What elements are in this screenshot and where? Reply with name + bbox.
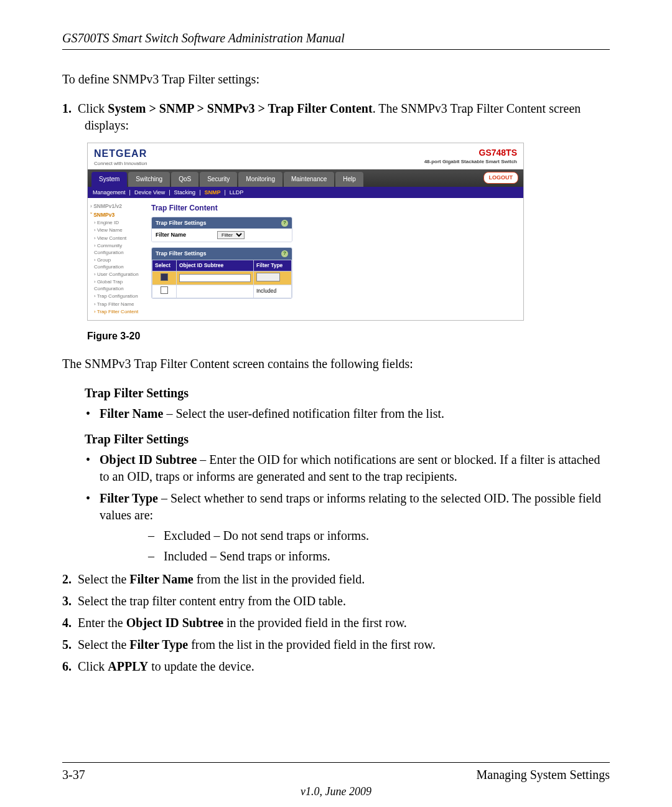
ss-content-area: Trap Filter Content Trap Filter Settings… xyxy=(144,198,523,320)
panel1-title: Trap Filter Settings xyxy=(156,219,207,227)
steps-list-cont: 2. Select the Filter Name from the list … xyxy=(62,571,610,675)
subtab-lldp[interactable]: LLDP xyxy=(230,189,244,196)
filter-type-select[interactable] xyxy=(256,273,280,281)
panel1-header: Trap Filter Settings ? xyxy=(152,217,292,229)
term: Filter Type xyxy=(100,491,158,505)
document-page: GS700TS Smart Switch Software Administra… xyxy=(0,0,672,807)
subtab-deviceview[interactable]: Device View xyxy=(134,189,165,196)
steps-list: 1. Click System > SNMP > SNMPv3 > Trap F… xyxy=(62,100,610,134)
sidebar-snmpv3[interactable]: ˇ SNMPv3 xyxy=(90,212,141,219)
panel-filter-name: Trap Filter Settings ? Filter Name Filte… xyxy=(151,217,292,242)
subtab-snmp[interactable]: SNMP xyxy=(204,189,220,196)
step-text-pre: Click xyxy=(78,101,108,115)
step-number: 3. xyxy=(62,594,72,608)
sidebar-item-viewcontent[interactable]: › View Content xyxy=(94,235,141,242)
sidebar-item-engineid[interactable]: › Engine ID xyxy=(94,220,141,227)
ss-main-tabs: System Switching QoS Security Monitoring… xyxy=(88,169,523,187)
list-item: – Excluded – Do not send traps or inform… xyxy=(100,527,610,544)
sidebar-snmpv1v2[interactable]: › SNMPv1/v2 xyxy=(90,203,141,210)
sidebar-item-group[interactable]: › Group Configuration xyxy=(94,257,141,271)
select-all-checkbox[interactable] xyxy=(161,273,168,281)
page-footer: 3-37 Managing System Settings xyxy=(62,762,610,782)
definition: – Select the user-defined notification f… xyxy=(163,407,444,420)
oid-cell xyxy=(177,285,254,298)
subtab-management[interactable]: Management xyxy=(93,189,126,196)
panel2-title: Trap Filter Settings xyxy=(156,250,207,257)
content-title: Trap Filter Content xyxy=(151,203,516,213)
product-subtitle: 48-port Gigabit Stackable Smart Switch xyxy=(424,159,517,166)
step-1: 1. Click System > SNMP > SNMPv3 > Trap F… xyxy=(62,100,610,134)
panel2-header: Trap Filter Settings ? xyxy=(152,248,292,259)
step-4: 4. Enter the Object ID Subtree in the pr… xyxy=(62,615,610,631)
help-icon[interactable]: ? xyxy=(281,250,288,257)
tab-monitoring[interactable]: Monitoring xyxy=(238,172,282,187)
dash-text: Included – Send traps or informs. xyxy=(164,549,330,563)
sidebar-item-trapfiltercontent[interactable]: › Trap Filter Content xyxy=(94,309,141,316)
after-figure-paragraph: The SNMPv3 Trap Filter Content screen co… xyxy=(62,356,610,372)
ss-logo-block: NETGEAR Connect with Innovation xyxy=(94,147,147,167)
step-number: 4. xyxy=(62,616,72,630)
list-item: • Filter Type – Select whether to send t… xyxy=(62,490,610,565)
netgear-tagline: Connect with Innovation xyxy=(94,161,147,168)
tab-switching[interactable]: Switching xyxy=(128,172,170,187)
trap-filter-table: Select Object ID Subtree Filter Type xyxy=(152,260,292,298)
sidebar-item-globaltrap[interactable]: › Global Trap Configuration xyxy=(94,279,141,293)
section-heading: Trap Filter Settings xyxy=(85,385,610,402)
definition: – Select whether to send traps or inform… xyxy=(100,491,601,522)
sidebar-item-viewname[interactable]: › View Name xyxy=(94,227,141,234)
panel-filter-table: Trap Filter Settings ? Select Object ID … xyxy=(151,247,292,299)
term: Filter Name xyxy=(100,407,163,420)
figure-caption: Figure 3-20 xyxy=(87,329,610,343)
filter-name-select[interactable]: Filter1 xyxy=(217,231,245,239)
tab-security[interactable]: Security xyxy=(200,172,237,187)
nav-path: System > SNMP > SNMPv3 > Trap Filter Con… xyxy=(108,101,372,115)
sidebar-item-community[interactable]: › Community Configuration xyxy=(94,243,141,257)
step-number: 1. xyxy=(62,101,72,115)
type-cell: Included xyxy=(254,285,292,298)
tab-system[interactable]: System xyxy=(91,172,127,187)
list-item: • Object ID Subtree – Enter the OID for … xyxy=(62,451,610,485)
section-name: Managing System Settings xyxy=(477,768,610,782)
list-item: • Filter Name – Select the user-defined … xyxy=(62,405,610,422)
sidebar-item-user[interactable]: › User Configuration xyxy=(94,271,141,278)
step-number: 5. xyxy=(62,638,72,651)
intro-paragraph: To define SNMPv3 Trap Filter settings: xyxy=(62,71,610,88)
th-select: Select xyxy=(152,260,177,271)
page-version: v1.0, June 2009 xyxy=(0,785,672,798)
logout-button[interactable]: LOGOUT xyxy=(483,172,519,183)
help-icon[interactable]: ? xyxy=(281,220,288,227)
table-header-row: Select Object ID Subtree Filter Type xyxy=(152,260,292,271)
step-2: 2. Select the Filter Name from the list … xyxy=(62,571,610,588)
oid-input[interactable] xyxy=(179,274,251,282)
ss-header-bar: NETGEAR Connect with Innovation GS748TS … xyxy=(88,143,523,169)
running-header: GS700TS Smart Switch Software Administra… xyxy=(62,31,610,50)
subtab-stacking[interactable]: Stacking xyxy=(174,189,196,196)
ss-main-area: › SNMPv1/v2 ˇ SNMPv3 › Engine ID › View … xyxy=(88,198,523,320)
tab-help[interactable]: Help xyxy=(335,172,363,187)
row-checkbox[interactable] xyxy=(161,286,168,294)
sidebar-item-trapconfig[interactable]: › Trap Configuration xyxy=(94,293,141,300)
step-number: 2. xyxy=(62,572,72,586)
th-oid: Object ID Subtree xyxy=(177,260,254,271)
embedded-screenshot: NETGEAR Connect with Innovation GS748TS … xyxy=(87,143,524,321)
step-3: 3. Select the trap filter content entry … xyxy=(62,593,610,610)
netgear-logo: NETGEAR xyxy=(94,148,147,159)
dash-text: Excluded – Do not send traps or informs. xyxy=(164,529,369,542)
ss-sidebar: › SNMPv1/v2 ˇ SNMPv3 › Engine ID › View … xyxy=(88,198,144,320)
table-row-input xyxy=(152,271,292,285)
sidebar-item-trapfiltername[interactable]: › Trap Filter Name xyxy=(94,301,141,308)
tab-maintenance[interactable]: Maintenance xyxy=(284,172,334,187)
filter-name-label: Filter Name xyxy=(156,232,186,238)
list-item: – Included – Send traps or informs. xyxy=(100,548,610,565)
step-number: 6. xyxy=(62,659,72,673)
ss-sub-tabs: Management| Device View| Stacking| SNMP|… xyxy=(88,187,523,198)
tab-qos[interactable]: QoS xyxy=(171,172,198,187)
ss-product-block: GS748TS 48-port Gigabit Stackable Smart … xyxy=(424,147,517,166)
body-content: To define SNMPv3 Trap Filter settings: 1… xyxy=(62,71,610,675)
bullet-list-2: • Object ID Subtree – Enter the OID for … xyxy=(62,451,610,565)
term: Object ID Subtree xyxy=(100,453,197,466)
table-row: Included xyxy=(152,285,292,298)
th-type: Filter Type xyxy=(254,260,292,271)
bullet-list-1: • Filter Name – Select the user-defined … xyxy=(62,405,610,422)
dash-list: – Excluded – Do not send traps or inform… xyxy=(100,527,610,565)
